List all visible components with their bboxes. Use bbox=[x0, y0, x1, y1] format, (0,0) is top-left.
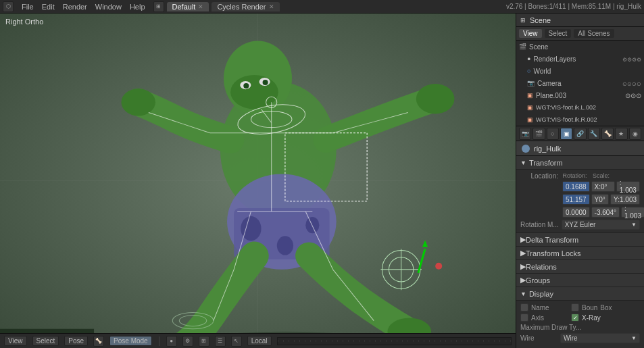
svg-point-15 bbox=[277, 236, 293, 255]
viewport-bottom-bar: View Select Pose 🦴 Pose Mode ● ⚙ ⊞ ☰ ↖ L… bbox=[0, 333, 516, 348]
rot-y-val[interactable]: 0° bbox=[599, 196, 605, 203]
outliner-allscenes-tab[interactable]: All Scenes bbox=[574, 29, 614, 38]
menu-file[interactable]: File bbox=[22, 3, 34, 11]
transform-z-row: 0.0000 -3.604° : 1.003 bbox=[520, 207, 640, 218]
render-props-btn[interactable]: 📷 bbox=[519, 128, 531, 140]
layout-icon[interactable]: ⊞ bbox=[153, 1, 164, 12]
name-checkbox[interactable] bbox=[520, 303, 528, 312]
loc-x-field[interactable]: 0.1688 bbox=[562, 181, 590, 192]
mesh-icon2: ▣ bbox=[527, 104, 533, 111]
tab-close-icon[interactable]: ✕ bbox=[198, 3, 203, 10]
world-props-btn[interactable]: ○ bbox=[547, 128, 559, 140]
timeline-bar bbox=[278, 340, 511, 342]
viewport[interactable]: Right Ortho bbox=[0, 14, 516, 348]
pose-mode-btn[interactable]: Pose Mode bbox=[109, 336, 152, 346]
rot-z-field[interactable]: -3.604° bbox=[591, 207, 620, 218]
rot-x-val[interactable]: 0° bbox=[601, 183, 608, 191]
material-props-btn[interactable]: ◉ bbox=[629, 128, 641, 140]
transform-x-row: 0.1688 X: 0° : 1.003 bbox=[520, 181, 640, 192]
xray-checkbox[interactable]: ✓ bbox=[571, 314, 579, 322]
tab-cycles[interactable]: Cycles Render ✕ bbox=[212, 2, 279, 11]
loc-z-field[interactable]: 0.0000 bbox=[562, 207, 590, 218]
blender-icon[interactable]: ⬡ bbox=[3, 1, 14, 12]
rot-x-label: X: bbox=[595, 183, 601, 191]
locks-label: Transform Locks bbox=[526, 249, 581, 257]
rot-y-field: Y 0° bbox=[591, 194, 609, 205]
menu-edit[interactable]: Edit bbox=[42, 3, 55, 11]
scale-y-field[interactable]: Y:1.003 bbox=[610, 194, 640, 205]
wire-val: Wire bbox=[564, 334, 578, 342]
transform-section-header[interactable]: ▼ Transform bbox=[516, 156, 644, 170]
tab-bar: ⊞ Default ✕ Cycles Render ✕ bbox=[153, 1, 280, 12]
outliner-title: Scene bbox=[530, 16, 551, 24]
outliner-item-plane003[interactable]: ▣ Plane.003 ⊙⊙⊙ bbox=[516, 89, 644, 101]
display-label: Display bbox=[529, 290, 553, 298]
hulk-scene bbox=[0, 14, 516, 348]
modifier-props-btn[interactable]: 🔧 bbox=[588, 128, 600, 140]
tab-default[interactable]: Default ✕ bbox=[167, 2, 209, 11]
camera-icons: ⊙⊙⊙⊙ bbox=[622, 80, 641, 87]
groups-arrow: ▶ bbox=[520, 276, 526, 284]
select-menu-btn[interactable]: Select bbox=[32, 336, 59, 346]
version-info: v2.76 | Bones:1/411 | Mem:85.11M | rig_H… bbox=[506, 3, 641, 10]
object-props-btn[interactable]: ▣ bbox=[560, 128, 572, 140]
outliner-item-camera[interactable]: 📷 Camera ⊙⊙⊙⊙ bbox=[516, 77, 644, 89]
rot-x-field: X: 0° bbox=[591, 181, 615, 192]
rot-mode-dropdown[interactable]: XYZ Euler ▼ bbox=[562, 220, 640, 230]
delta-arrow: ▶ bbox=[520, 235, 526, 244]
outliner-select-tab[interactable]: Select bbox=[545, 29, 572, 38]
transform-locks-header[interactable]: ▶ Transform Locks bbox=[516, 247, 644, 260]
delta-transform-header[interactable]: ▶ Delta Transform bbox=[516, 233, 644, 247]
data-props-btn[interactable]: 🦴 bbox=[601, 128, 614, 140]
display-section-header[interactable]: ▼ Display bbox=[516, 287, 644, 301]
locks-arrow: ▶ bbox=[520, 249, 526, 257]
outliner-item-world[interactable]: ○ World bbox=[516, 65, 644, 77]
scene-props-btn[interactable]: 🎬 bbox=[532, 128, 545, 140]
bounds-checkbox[interactable] bbox=[571, 303, 579, 312]
dot-icon[interactable]: ● bbox=[166, 336, 177, 347]
box-label: Box bbox=[600, 304, 612, 312]
constraint-props-btn[interactable]: 🔗 bbox=[574, 128, 586, 140]
outliner-item-wgt-l[interactable]: ▣ WGT:VIS-foot.ik.L.002 bbox=[516, 101, 644, 114]
pose-menu-btn[interactable]: Pose bbox=[64, 336, 88, 346]
mesh-icon3: ▣ bbox=[527, 116, 533, 123]
menu-render[interactable]: Render bbox=[63, 3, 87, 11]
outliner: ⊞ Scene View Select All Scenes 🎬 Scene ●… bbox=[516, 14, 644, 126]
local-btn[interactable]: Local bbox=[247, 336, 272, 346]
outliner-item-renderlayers[interactable]: ● RenderLayers ⚙⚙⚙⚙ bbox=[516, 53, 644, 65]
axis-checkbox[interactable] bbox=[520, 314, 528, 322]
cursor-icon[interactable]: ↖ bbox=[231, 336, 242, 347]
outliner-view-tab[interactable]: View bbox=[519, 29, 542, 38]
scale-z-field[interactable]: : 1.003 bbox=[621, 207, 644, 218]
timeline-marks[interactable] bbox=[277, 337, 512, 345]
object-name[interactable]: rig_Hulk bbox=[534, 145, 561, 153]
object-name-bar: rig_Hulk bbox=[516, 141, 644, 156]
menu-window[interactable]: Window bbox=[95, 3, 122, 11]
bone-icon[interactable]: ☰ bbox=[215, 336, 226, 347]
bone-props-btn[interactable]: ★ bbox=[615, 128, 627, 140]
wire-row: Wire Wire ▼ bbox=[520, 333, 640, 343]
wire-dropdown[interactable]: Wire ▼ bbox=[560, 333, 640, 343]
separator1 bbox=[159, 337, 159, 346]
bounds-label: Boun bbox=[582, 304, 597, 312]
outliner-item-wgt-r[interactable]: ▣ WGT:VIS-foot.ik.R.002 bbox=[516, 114, 644, 126]
view-menu-btn[interactable]: View bbox=[4, 336, 27, 346]
svg-point-41 bbox=[435, 263, 442, 270]
transform-arrow: ▼ bbox=[520, 159, 526, 166]
scale-label: Scale: bbox=[589, 172, 614, 180]
relations-header[interactable]: ▶ Relations bbox=[516, 260, 644, 274]
rot-y-label: Y bbox=[595, 196, 599, 203]
groups-header[interactable]: ▶ Groups bbox=[516, 274, 644, 287]
rot-mode-val: XYZ Euler bbox=[565, 221, 596, 228]
outliner-header: ⊞ Scene bbox=[516, 14, 644, 27]
menu-help[interactable]: Help bbox=[130, 3, 145, 11]
display-name-row: Name Boun Box bbox=[520, 303, 640, 312]
scale-x-field[interactable]: : 1.003 bbox=[616, 181, 640, 192]
pose-icon[interactable]: 🦴 bbox=[93, 336, 104, 347]
tab-close-icon2[interactable]: ✕ bbox=[269, 3, 274, 10]
settings-icon[interactable]: ⚙ bbox=[182, 336, 193, 347]
grid-icon[interactable]: ⊞ bbox=[199, 336, 209, 347]
loc-y-field[interactable]: 51.157 bbox=[562, 194, 590, 205]
wire-label: Wire bbox=[520, 334, 558, 342]
outliner-item-scene[interactable]: 🎬 Scene bbox=[516, 41, 644, 53]
